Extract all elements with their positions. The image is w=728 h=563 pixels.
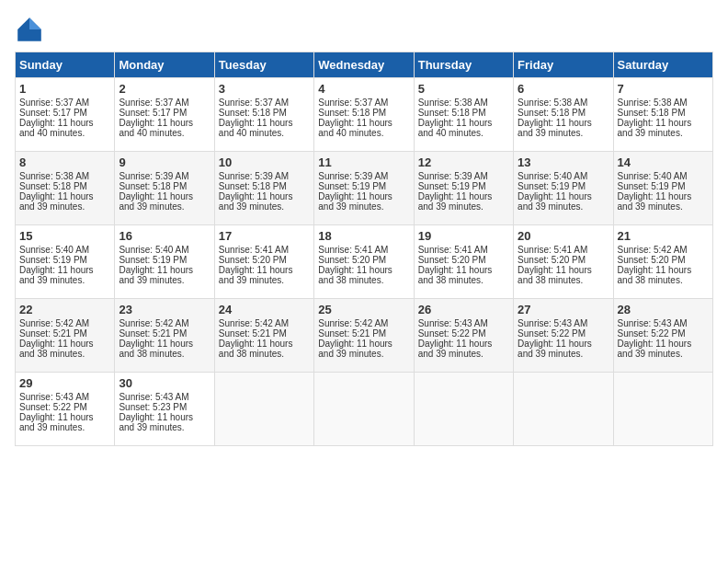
day-header-sunday: Sunday bbox=[16, 52, 115, 78]
day-number: 30 bbox=[119, 376, 210, 390]
sunset-label: Sunset: 5:21 PM bbox=[119, 328, 187, 339]
sunrise-label: Sunrise: 5:37 AM bbox=[119, 98, 188, 108]
sunrise-label: Sunrise: 5:43 AM bbox=[618, 318, 688, 328]
sunset-label: Sunset: 5:21 PM bbox=[318, 328, 386, 339]
daylight-label: Daylight: 11 hours and 38 minutes. bbox=[119, 339, 193, 359]
daylight-label: Daylight: 11 hours and 38 minutes. bbox=[618, 265, 692, 285]
sunset-label: Sunset: 5:18 PM bbox=[418, 108, 486, 118]
day-number: 15 bbox=[19, 229, 110, 243]
sunset-label: Sunset: 5:22 PM bbox=[418, 328, 486, 339]
calendar-cell: 20 Sunrise: 5:41 AM Sunset: 5:20 PM Dayl… bbox=[514, 225, 613, 299]
sunset-label: Sunset: 5:20 PM bbox=[518, 255, 586, 265]
day-number: 7 bbox=[618, 82, 709, 96]
day-header-tuesday: Tuesday bbox=[214, 52, 313, 78]
calendar-cell: 17 Sunrise: 5:41 AM Sunset: 5:20 PM Dayl… bbox=[214, 225, 313, 299]
sunset-label: Sunset: 5:18 PM bbox=[19, 181, 87, 191]
daylight-label: Daylight: 11 hours and 39 minutes. bbox=[618, 118, 692, 138]
day-number: 10 bbox=[219, 155, 310, 169]
day-number: 12 bbox=[418, 155, 509, 169]
daylight-label: Daylight: 11 hours and 39 minutes. bbox=[518, 118, 592, 138]
day-number: 9 bbox=[119, 155, 210, 169]
sunset-label: Sunset: 5:19 PM bbox=[19, 255, 87, 265]
calendar-cell: 30 Sunrise: 5:43 AM Sunset: 5:23 PM Dayl… bbox=[115, 373, 214, 446]
sunset-label: Sunset: 5:17 PM bbox=[19, 108, 87, 118]
sunrise-label: Sunrise: 5:42 AM bbox=[219, 318, 289, 328]
sunrise-label: Sunrise: 5:43 AM bbox=[19, 392, 89, 402]
day-number: 26 bbox=[418, 303, 509, 316]
daylight-label: Daylight: 11 hours and 39 minutes. bbox=[618, 191, 692, 212]
daylight-label: Daylight: 11 hours and 40 minutes. bbox=[219, 118, 293, 138]
day-number: 21 bbox=[618, 229, 709, 243]
day-number: 22 bbox=[19, 303, 110, 316]
daylight-label: Daylight: 11 hours and 39 minutes. bbox=[119, 412, 193, 432]
day-number: 4 bbox=[318, 82, 409, 96]
daylight-label: Daylight: 11 hours and 38 minutes. bbox=[418, 265, 493, 285]
daylight-label: Daylight: 11 hours and 40 minutes. bbox=[318, 118, 392, 138]
sunrise-label: Sunrise: 5:42 AM bbox=[618, 245, 688, 255]
sunset-label: Sunset: 5:21 PM bbox=[219, 328, 287, 339]
sunset-label: Sunset: 5:22 PM bbox=[618, 328, 686, 339]
sunrise-label: Sunrise: 5:37 AM bbox=[19, 98, 89, 108]
daylight-label: Daylight: 11 hours and 39 minutes. bbox=[618, 339, 692, 359]
daylight-label: Daylight: 11 hours and 39 minutes. bbox=[119, 265, 193, 285]
daylight-label: Daylight: 11 hours and 39 minutes. bbox=[119, 191, 193, 212]
page-header bbox=[15, 15, 713, 44]
calendar-cell: 22 Sunrise: 5:42 AM Sunset: 5:21 PM Dayl… bbox=[16, 299, 115, 373]
daylight-label: Daylight: 11 hours and 38 minutes. bbox=[318, 265, 392, 285]
sunrise-label: Sunrise: 5:37 AM bbox=[318, 98, 388, 108]
calendar-cell: 27 Sunrise: 5:43 AM Sunset: 5:22 PM Dayl… bbox=[514, 299, 613, 373]
calendar-cell: 25 Sunrise: 5:42 AM Sunset: 5:21 PM Dayl… bbox=[314, 299, 414, 373]
calendar-cell bbox=[613, 373, 712, 446]
sunrise-label: Sunrise: 5:38 AM bbox=[618, 98, 688, 108]
calendar-table: SundayMondayTuesdayWednesdayThursdayFrid… bbox=[15, 52, 713, 446]
day-number: 25 bbox=[318, 303, 409, 316]
daylight-label: Daylight: 11 hours and 39 minutes. bbox=[19, 412, 94, 432]
sunrise-label: Sunrise: 5:41 AM bbox=[318, 245, 388, 255]
day-number: 23 bbox=[119, 303, 210, 316]
calendar-week-row: 15 Sunrise: 5:40 AM Sunset: 5:19 PM Dayl… bbox=[16, 225, 713, 299]
calendar-cell: 28 Sunrise: 5:43 AM Sunset: 5:22 PM Dayl… bbox=[613, 299, 712, 373]
daylight-label: Daylight: 11 hours and 39 minutes. bbox=[219, 191, 293, 212]
sunset-label: Sunset: 5:17 PM bbox=[119, 108, 187, 118]
sunset-label: Sunset: 5:19 PM bbox=[518, 181, 586, 191]
day-header-saturday: Saturday bbox=[613, 52, 712, 78]
calendar-cell: 18 Sunrise: 5:41 AM Sunset: 5:20 PM Dayl… bbox=[314, 225, 414, 299]
day-header-wednesday: Wednesday bbox=[314, 52, 414, 78]
sunset-label: Sunset: 5:20 PM bbox=[618, 255, 686, 265]
sunset-label: Sunset: 5:22 PM bbox=[518, 328, 586, 339]
logo bbox=[15, 15, 48, 44]
calendar-cell: 13 Sunrise: 5:40 AM Sunset: 5:19 PM Dayl… bbox=[514, 152, 613, 225]
sunset-label: Sunset: 5:19 PM bbox=[318, 181, 386, 191]
calendar-cell: 15 Sunrise: 5:40 AM Sunset: 5:19 PM Dayl… bbox=[16, 225, 115, 299]
day-number: 19 bbox=[418, 229, 509, 243]
sunrise-label: Sunrise: 5:40 AM bbox=[19, 245, 89, 255]
sunset-label: Sunset: 5:23 PM bbox=[119, 402, 187, 412]
sunrise-label: Sunrise: 5:39 AM bbox=[318, 171, 388, 181]
calendar-cell bbox=[314, 373, 414, 446]
day-number: 16 bbox=[119, 229, 210, 243]
sunrise-label: Sunrise: 5:39 AM bbox=[119, 171, 188, 181]
calendar-cell: 10 Sunrise: 5:39 AM Sunset: 5:18 PM Dayl… bbox=[214, 152, 313, 225]
calendar-header-row: SundayMondayTuesdayWednesdayThursdayFrid… bbox=[16, 52, 713, 78]
calendar-cell: 8 Sunrise: 5:38 AM Sunset: 5:18 PM Dayli… bbox=[16, 152, 115, 225]
day-number: 2 bbox=[119, 82, 210, 96]
calendar-cell: 24 Sunrise: 5:42 AM Sunset: 5:21 PM Dayl… bbox=[214, 299, 313, 373]
day-header-monday: Monday bbox=[115, 52, 214, 78]
sunrise-label: Sunrise: 5:37 AM bbox=[219, 98, 289, 108]
sunset-label: Sunset: 5:18 PM bbox=[219, 181, 287, 191]
sunset-label: Sunset: 5:20 PM bbox=[318, 255, 386, 265]
daylight-label: Daylight: 11 hours and 38 minutes. bbox=[518, 265, 592, 285]
calendar-cell bbox=[214, 373, 313, 446]
sunrise-label: Sunrise: 5:41 AM bbox=[418, 245, 488, 255]
calendar-cell bbox=[514, 373, 613, 446]
day-number: 18 bbox=[318, 229, 409, 243]
sunrise-label: Sunrise: 5:40 AM bbox=[618, 171, 688, 181]
sunrise-label: Sunrise: 5:43 AM bbox=[119, 392, 188, 402]
daylight-label: Daylight: 11 hours and 39 minutes. bbox=[518, 191, 592, 212]
sunset-label: Sunset: 5:21 PM bbox=[19, 328, 87, 339]
sunrise-label: Sunrise: 5:39 AM bbox=[418, 171, 488, 181]
calendar-cell: 11 Sunrise: 5:39 AM Sunset: 5:19 PM Dayl… bbox=[314, 152, 414, 225]
sunrise-label: Sunrise: 5:43 AM bbox=[418, 318, 488, 328]
sunrise-label: Sunrise: 5:38 AM bbox=[19, 171, 89, 181]
calendar-cell: 5 Sunrise: 5:38 AM Sunset: 5:18 PM Dayli… bbox=[414, 78, 513, 152]
